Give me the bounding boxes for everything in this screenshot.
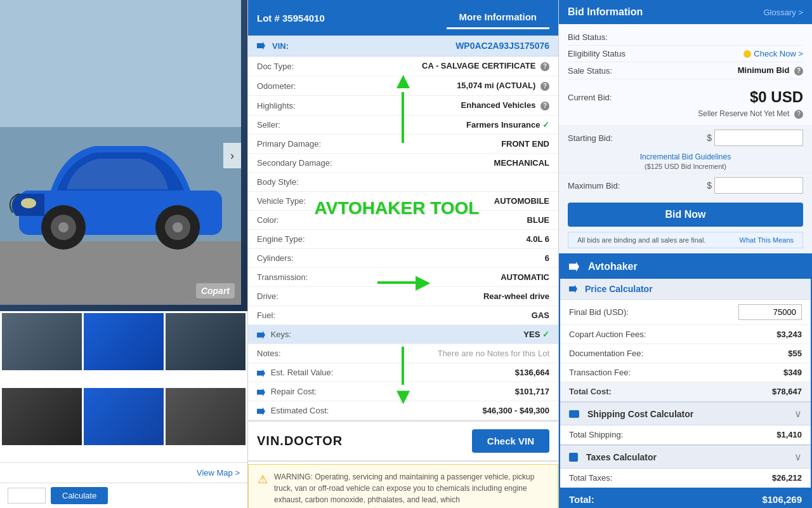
thumbnail-4[interactable] — [2, 388, 82, 445]
avtohaker-header: Avtohaker — [560, 255, 811, 279]
thumbnail-6[interactable] — [166, 388, 246, 445]
current-bid-label: Current Bid: — [568, 93, 612, 102]
highlights-label: Highlights: — [248, 96, 350, 116]
odometer-value-cell: 15,074 mi (ACTUAL) ? — [350, 76, 558, 96]
yellow-dot-icon — [743, 50, 751, 58]
doc-type-label: Doc Type: — [248, 57, 350, 76]
highlights-help-icon[interactable]: ? — [540, 102, 549, 110]
what-this-means-link[interactable]: What This Means — [740, 236, 794, 244]
final-bid-input[interactable] — [738, 304, 802, 320]
keys-value: YES — [523, 330, 540, 339]
seller-value-cell: Farmers Insurance ✓ — [350, 116, 558, 135]
transmission-value: AUTOMATIC — [350, 268, 558, 287]
total-final-row: Total: $106,269 — [560, 488, 811, 508]
binding-note: All bids are binding and all sales are f… — [568, 232, 803, 248]
image-next-button[interactable]: › — [223, 143, 241, 168]
body-style-value — [350, 173, 558, 192]
thumbnail-1[interactable] — [2, 313, 82, 370]
current-bid-row: Current Bid: $0 USD — [568, 88, 803, 106]
bid-section: Bid Status: Eligibility Status Check Now… — [559, 24, 812, 84]
bid-info-header: Bid Information Glossary > — [559, 0, 812, 24]
vin-doctor-section: VIN.DOCTOR Check VIN — [248, 420, 558, 462]
seller-row: Seller: Farmers Insurance ✓ — [248, 116, 558, 135]
transaction-fee-value: $349 — [783, 368, 802, 377]
price-calc-header: Price Calculator — [560, 279, 811, 300]
increment-note: ($125 USD Bid Increment) — [568, 163, 803, 170]
glossary-link[interactable]: Glossary > — [764, 8, 804, 17]
fuel-value: GAS — [350, 306, 558, 325]
thumbnail-2[interactable] — [84, 313, 164, 370]
doc-fee-value: $55 — [788, 349, 802, 358]
secondary-damage-label: Secondary Damage: — [248, 154, 350, 173]
drive-value: Rear-wheel drive — [350, 287, 558, 306]
vin-doctor-logo: VIN.DOCTOR — [257, 434, 343, 448]
total-label: Total: — [569, 494, 594, 505]
info-table-container: ▲ AVTOHAKER TOOL ▶ ▼ Doc Type: CA - S — [248, 57, 558, 420]
final-bid-label: Final Bid (USD): — [569, 307, 629, 317]
warning-icon: ⚠ — [258, 472, 268, 505]
notes-label: Notes: — [248, 344, 350, 363]
body-style-label: Body Style: — [248, 173, 350, 192]
vin-label: VIN: — [257, 41, 289, 51]
increment-container: Incremental Bid Guidelines ($125 USD Bid… — [559, 150, 812, 173]
check-vin-button[interactable]: Check VIN — [472, 429, 549, 453]
taxes-collapse-icon[interactable]: ∨ — [794, 451, 802, 463]
vin-value: WP0AC2A93JS175076 — [455, 41, 549, 51]
avtohaker-title: Avtohaker — [588, 261, 638, 272]
keys-row: Keys: YES ✓ — [248, 325, 558, 344]
shipping-collapse-icon[interactable]: ∨ — [794, 408, 802, 420]
secondary-damage-row: Secondary Damage: MECHANICAL — [248, 154, 558, 173]
transmission-label: Transmission: — [248, 268, 350, 287]
doc-type-help-icon[interactable]: ? — [540, 62, 549, 71]
notes-value: There are no Notes for this Lot — [350, 344, 558, 363]
bid-now-button[interactable]: Bid Now — [568, 203, 803, 227]
check-now-link[interactable]: Check Now > — [743, 49, 803, 58]
left-panel: › Copart View Map > Calculate — [0, 0, 247, 508]
cylinders-value: 6 — [350, 249, 558, 268]
est-retail-row: Est. Retail Value: $136,664 — [248, 363, 558, 382]
truck-icon — [569, 410, 579, 418]
starting-bid-row: Starting Bid: $ — [559, 125, 812, 150]
main-image: › Copart — [0, 0, 247, 311]
calc-input[interactable] — [8, 488, 46, 504]
svg-point-10 — [173, 222, 183, 232]
odometer-row: Odometer: 15,074 mi (ACTUAL) ? — [248, 76, 558, 96]
repair-cost-label-cell: Repair Cost: — [248, 382, 350, 401]
fuel-label: Fuel: — [248, 306, 350, 325]
thumbnail-3[interactable] — [166, 313, 246, 370]
bid-now-row: Bid Now — [559, 197, 812, 232]
total-shipping-value: $1,410 — [776, 430, 802, 439]
sale-status-help-icon[interactable]: ? — [794, 67, 803, 76]
increment-link[interactable]: Incremental Bid Guidelines — [568, 151, 803, 163]
keys-label-cell: Keys: — [248, 325, 350, 344]
calculate-button[interactable]: Calculate — [51, 487, 108, 504]
repair-cost-value: $101,717 — [350, 382, 558, 401]
max-bid-input-container: $ — [707, 177, 803, 194]
lot-label: Lot # — [257, 13, 280, 23]
reserve-help-icon[interactable]: ? — [794, 110, 803, 119]
odometer-help-icon[interactable]: ? — [540, 82, 549, 91]
engine-type-row: Engine Type: 4.0L 6 — [248, 230, 558, 249]
repair-cost-row: Repair Cost: $101,717 — [248, 382, 558, 401]
view-map-link[interactable]: View Map > — [197, 468, 240, 478]
shipping-title-container: Shipping Cost Calculator — [569, 409, 693, 419]
starting-bid-label: Starting Bid: — [568, 133, 613, 143]
color-label: Color: — [248, 211, 350, 230]
est-retail-tag-icon — [257, 369, 265, 377]
total-cost-row: Total Cost: $78,647 — [560, 382, 811, 401]
seller-value: Farmers Insurance — [466, 120, 540, 130]
max-bid-input[interactable] — [714, 177, 803, 194]
sale-status-label: Sale Status: — [568, 66, 612, 76]
more-info-tab[interactable]: More Information — [447, 6, 550, 29]
total-cost-value: $78,647 — [772, 387, 802, 396]
odometer-label: Odometer: — [248, 76, 350, 96]
keys-label: Keys: — [271, 330, 292, 339]
svg-point-7 — [58, 222, 69, 232]
thumbnail-5[interactable] — [84, 388, 164, 445]
starting-bid-input[interactable] — [714, 130, 803, 146]
repair-cost-tag-icon — [257, 388, 265, 396]
vehicle-type-value: AUTOMOBILE — [350, 192, 558, 211]
lot-header: Lot # 35954010 More Information — [248, 0, 558, 36]
price-calc-tag-icon — [569, 285, 577, 293]
fuel-row: Fuel: GAS — [248, 306, 558, 325]
